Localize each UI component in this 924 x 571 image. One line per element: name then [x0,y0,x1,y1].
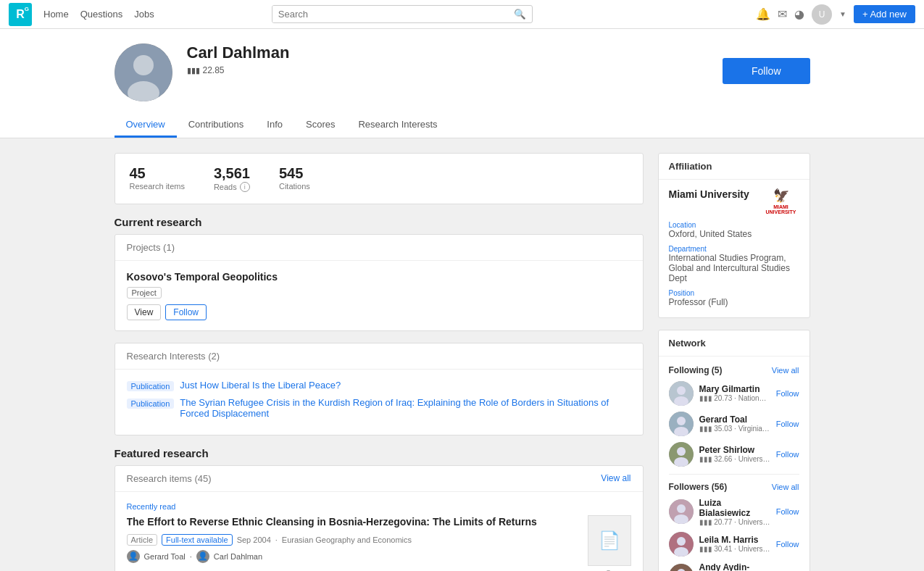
mail-icon[interactable]: ✉ [778,7,787,21]
interest-link-1[interactable]: Just How Liberal Is the Liberal Peace? [180,380,341,391]
separator-1 [669,474,799,475]
department-value: International Studies Program, Global an… [669,253,799,283]
list-item: Publication The Syrian Refugee Crisis in… [127,397,631,419]
profile-follow-button[interactable]: Follow [723,58,809,84]
list-item: Andy Aydin-Aitchison ▮▮▮ 12.18 · The Uni… [669,562,799,571]
logo-sup: G [25,6,29,12]
interest-link-2[interactable]: The Syrian Refugee Crisis in the Kurdish… [180,397,630,419]
follower-score-2: ▮▮▮ 30.41 · University of .... [699,545,770,553]
follower-name-3: Andy Aydin-Aitchison [699,562,770,571]
view-button[interactable]: View [127,304,162,320]
add-new-button[interactable]: + Add new [854,5,915,23]
follower-info-3: Andy Aydin-Aitchison ▮▮▮ 12.18 · The Uni… [699,562,770,571]
interests-card: Research Interests (2) Publication Just … [115,343,644,435]
follower-avatar-1 [669,499,694,524]
person-score-2: ▮▮▮ 35.03 · Virginia Polyt.... [699,425,770,433]
article-type-tag: Article [127,534,158,546]
department-label: Department [669,245,799,253]
follow-btn-f2[interactable]: Follow [776,540,799,549]
research-items-header: Research items (45) [127,473,212,484]
search-circle-icon[interactable]: ◕ [794,7,804,21]
followers-header: Followers (56) View all [669,482,799,492]
article-date: Sep 2004 [237,535,271,544]
author-name-2: Carl Dahlman [214,552,262,561]
reads-info-icon[interactable]: i [240,182,250,192]
follower-name-1: Luiza Bialasiewicz [699,498,770,518]
person-avatar-2 [669,412,694,436]
app-logo[interactable]: RG [9,3,32,26]
article-row: 📄 The Effort to Reverse Ethnic Cleansing… [127,515,631,566]
nav-links: Home Questions Jobs [43,9,154,20]
nav-questions[interactable]: Questions [80,9,123,20]
author-avatar-2: 👤 [196,550,209,563]
follow-btn-3[interactable]: Follow [776,450,799,459]
avatar[interactable]: U [812,4,832,25]
person-info-1: Mary Gilmartin ▮▮▮ 20.73 · National Univ… [699,384,770,402]
current-research-title: Current research [115,216,644,228]
bar-chart-icon: ▮▮▮ [187,66,200,75]
follower-info-2: Leila M. Harris ▮▮▮ 30.41 · University o… [699,535,770,553]
pub-tag-1: Publication [127,381,175,391]
tab-research-interests[interactable]: Research Interests [346,113,449,138]
list-item: Luiza Bialasiewicz ▮▮▮ 20.77 · Universit… [669,498,799,526]
nav-home[interactable]: Home [43,9,69,20]
position-label: Position [669,289,799,297]
view-all-link[interactable]: View all [601,473,630,483]
reads-count: 3,561 [214,165,250,182]
affiliation-card: Affiliation 🦅 MIAMIUNIVERSITY Miami Univ… [658,153,810,318]
followers-view-all[interactable]: View all [772,483,799,491]
follower-score-1: ▮▮▮ 20.77 · University of .... [699,518,770,526]
list-item: Gerard Toal ▮▮▮ 35.03 · Virginia Polyt..… [669,412,799,436]
tab-scores[interactable]: Scores [294,113,346,138]
network-title: Network [659,330,809,357]
article-title[interactable]: The Effort to Reverse Ethnic Cleansing i… [127,515,631,530]
follower-avatar-2 [669,532,694,557]
research-items-label: Research items [130,182,185,191]
svg-point-1 [133,55,154,75]
profile-score: ▮▮▮ 22.85 [187,65,709,75]
topnav: RG Home Questions Jobs 🔍 🔔 ✉ ◕ U ▼ + Add… [0,0,924,29]
svg-point-13 [677,504,686,513]
search-input[interactable] [272,6,508,22]
featured-research-title: Featured research [115,447,644,459]
following-view-all[interactable]: View all [772,366,799,375]
follower-name-2: Leila M. Harris [699,535,770,545]
follow-btn-f1[interactable]: Follow [776,507,799,516]
follow-btn-2[interactable]: Follow [776,420,799,428]
person-name-1: Mary Gilmartin [699,384,770,394]
list-item: Leila M. Harris ▮▮▮ 30.41 · University o… [669,532,799,557]
profile-tabs: Overview Contributions Info Scores Resea… [100,113,825,138]
project-title: Kosovo's Temporal Geopolitics [127,271,631,283]
project-tag: Project [127,287,162,299]
follower-info-1: Luiza Bialasiewicz ▮▮▮ 20.77 · Universit… [699,498,770,526]
research-items-count: 45 [130,165,185,182]
following-label: Following (5) [669,365,723,375]
search-bar: 🔍 [272,5,533,23]
bell-icon[interactable]: 🔔 [756,7,770,21]
recently-read-label: Recently read [127,502,631,511]
tab-info[interactable]: Info [255,113,294,138]
follow-btn-1[interactable]: Follow [776,389,799,398]
stat-research-items: 45 Research items [130,165,185,192]
projects-header: Projects (1) [115,235,643,261]
followers-label: Followers (56) [669,482,728,492]
list-item: Peter Shirlow ▮▮▮ 32.66 · University of … [669,442,799,467]
full-text-tag: Full-text available [162,534,233,546]
projects-card: Projects (1) Kosovo's Temporal Geopoliti… [115,234,644,331]
svg-point-16 [677,537,686,546]
person-name-3: Peter Shirlow [699,445,770,455]
avatar-chevron[interactable]: ▼ [839,10,846,18]
featured-card: Research items (45) View all Recently re… [115,465,644,571]
search-button[interactable]: 🔍 [508,6,532,22]
tab-overview[interactable]: Overview [115,113,177,138]
follow-project-button[interactable]: Follow [165,304,207,320]
university-logo: 🦅 MIAMIUNIVERSITY [763,188,799,215]
location-value: Oxford, United States [669,229,799,239]
person-avatar-1 [669,381,694,406]
tab-contributions[interactable]: Contributions [177,113,256,138]
nav-jobs[interactable]: Jobs [134,9,154,20]
projects-body: Kosovo's Temporal Geopolitics Project Vi… [115,261,643,330]
citations-count: 545 [279,165,310,182]
svg-point-10 [677,447,686,456]
featured-body: Recently read 📄 The Effort to Reverse Et… [115,492,643,571]
